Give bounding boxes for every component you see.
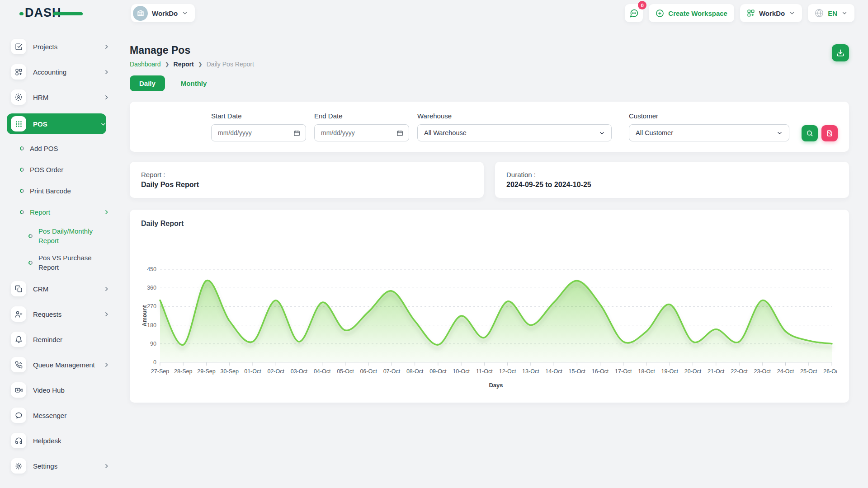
svg-text:27-Sep: 27-Sep xyxy=(151,368,169,375)
pos-grid-icon xyxy=(11,116,26,131)
sidebar-item-hrm[interactable]: HRM xyxy=(0,88,109,106)
start-date-field: Start Date mm/dd/yyyy xyxy=(211,112,306,141)
breadcrumb-report[interactable]: Report xyxy=(174,61,194,68)
sidebar-item-helpdesk[interactable]: Helpdesk xyxy=(0,432,109,450)
topbar-actions: 0 Create Workspace WorkDo EN xyxy=(625,4,854,22)
bullet-icon xyxy=(19,167,25,173)
svg-text:03-Oct: 03-Oct xyxy=(291,368,308,375)
filter-panel: Start Date mm/dd/yyyy End Date mm/dd/yyy… xyxy=(130,102,849,152)
svg-text:15-Oct: 15-Oct xyxy=(569,368,586,375)
chevron-right-icon: ❯ xyxy=(198,61,203,67)
main-content: Manage Pos Dashboard ❯ Report ❯ Daily Po… xyxy=(130,26,849,403)
tab-daily[interactable]: Daily xyxy=(130,75,165,91)
message-icon xyxy=(629,9,639,18)
sidebar-item-requests[interactable]: Requests xyxy=(0,305,109,323)
workspace-avatar xyxy=(133,6,148,21)
reset-filter-button[interactable] xyxy=(821,125,838,141)
end-date-field: End Date mm/dd/yyyy xyxy=(314,112,409,141)
svg-text:14-Oct: 14-Oct xyxy=(545,368,562,375)
app-logo[interactable]: DASH xyxy=(25,6,61,20)
end-date-input[interactable]: mm/dd/yyyy xyxy=(314,124,409,141)
svg-text:11-Oct: 11-Oct xyxy=(476,368,493,375)
start-date-input[interactable]: mm/dd/yyyy xyxy=(211,124,306,141)
sidebar-item-pos-order[interactable]: POS Order xyxy=(0,163,109,176)
chevron-down-icon xyxy=(599,130,605,136)
bullet-icon xyxy=(28,260,33,266)
download-report-button[interactable] xyxy=(832,44,849,61)
sidebar-item-messenger[interactable]: Messenger xyxy=(0,406,109,424)
customer-select[interactable]: All Customer xyxy=(629,124,789,141)
chevron-down-icon xyxy=(776,130,783,136)
page-title: Manage Pos xyxy=(130,44,254,56)
sidebar-item-pos-vs-purchase-report[interactable]: Pos VS Purchase Report xyxy=(0,253,109,272)
gear-icon xyxy=(11,458,26,474)
svg-text:08-Oct: 08-Oct xyxy=(406,368,424,375)
chevron-right-icon xyxy=(104,286,109,292)
create-workspace-button[interactable]: Create Workspace xyxy=(649,4,734,22)
start-date-label: Start Date xyxy=(211,112,306,120)
download-icon xyxy=(836,49,844,57)
video-icon xyxy=(11,382,26,398)
duration-summary-value: 2024-09-25 to 2024-10-25 xyxy=(506,181,838,189)
sidebar-item-reminder[interactable]: Reminder xyxy=(0,330,109,348)
svg-text:18-Oct: 18-Oct xyxy=(638,368,655,375)
sidebar-item-crm[interactable]: CRM xyxy=(0,280,109,298)
create-workspace-label: Create Workspace xyxy=(668,9,727,17)
company-menu-label: WorkDo xyxy=(759,9,785,17)
calendar-icon xyxy=(396,130,403,136)
bullet-icon xyxy=(19,209,25,215)
sidebar-item-video-hub[interactable]: Video Hub xyxy=(0,381,109,399)
chevron-down-icon xyxy=(841,10,848,16)
sidebar-item-settings[interactable]: Settings xyxy=(0,457,109,475)
workspace-switcher[interactable]: WorkDo xyxy=(131,4,195,22)
warehouse-field: Warehouse All Warehouse xyxy=(417,112,612,141)
grid-plus-icon xyxy=(747,9,755,17)
chevron-right-icon xyxy=(104,69,109,75)
tab-monthly[interactable]: Monthly xyxy=(171,75,217,91)
report-summary-value: Daily Pos Report xyxy=(141,181,472,189)
sidebar-item-projects[interactable]: Projects xyxy=(0,38,109,56)
company-menu[interactable]: WorkDo xyxy=(740,4,802,22)
svg-text:01-Oct: 01-Oct xyxy=(244,368,261,375)
warehouse-select[interactable]: All Warehouse xyxy=(417,124,612,141)
sidebar: Projects Accounting HRM POS Add POS POS … xyxy=(0,26,118,482)
duration-summary-label: Duration : xyxy=(506,171,838,178)
sidebar-item-print-barcode[interactable]: Print Barcode xyxy=(0,184,109,197)
duration-summary-card: Duration : 2024-09-25 to 2024-10-25 xyxy=(495,162,849,198)
chevron-down-icon xyxy=(789,10,795,16)
chevron-right-icon: ❯ xyxy=(165,61,170,67)
svg-text:23-Oct: 23-Oct xyxy=(754,368,771,375)
daily-report-chart: 09018027036045027-Sep28-Sep29-Sep30-Sep0… xyxy=(130,237,849,394)
apply-filter-button[interactable] xyxy=(802,125,818,141)
language-label: EN xyxy=(828,9,837,17)
breadcrumb-dashboard[interactable]: Dashboard xyxy=(130,61,161,68)
svg-text:29-Sep: 29-Sep xyxy=(197,368,215,375)
chat-icon xyxy=(11,408,26,423)
sidebar-item-pos[interactable]: POS xyxy=(7,113,106,134)
svg-text:360: 360 xyxy=(147,285,156,291)
svg-text:21-Oct: 21-Oct xyxy=(708,368,725,375)
chevron-down-icon xyxy=(182,10,188,16)
svg-text:28-Sep: 28-Sep xyxy=(174,368,192,375)
messages-button[interactable]: 0 xyxy=(625,4,643,22)
svg-text:13-Oct: 13-Oct xyxy=(522,368,539,375)
customer-label: Customer xyxy=(629,112,789,120)
svg-text:10-Oct: 10-Oct xyxy=(453,368,470,375)
daily-report-card: Daily Report 09018027036045027-Sep28-Sep… xyxy=(130,210,849,403)
sidebar-item-report[interactable]: Report xyxy=(0,205,109,219)
svg-text:04-Oct: 04-Oct xyxy=(314,368,331,375)
sidebar-item-pos-daily-monthly-report[interactable]: Pos Daily/Monthly Report xyxy=(0,226,109,245)
globe-icon xyxy=(815,9,824,18)
workspace-name: WorkDo xyxy=(152,9,178,17)
phone-icon xyxy=(11,357,26,372)
breadcrumb-current: Daily Pos Report xyxy=(207,61,254,68)
language-menu[interactable]: EN xyxy=(808,4,854,22)
logo-accent-dot xyxy=(19,12,24,15)
chevron-right-icon xyxy=(104,362,109,368)
top-bar: DASH WorkDo 0 Create Workspace WorkDo EN xyxy=(0,0,868,26)
sidebar-item-queue-management[interactable]: Queue Management xyxy=(0,356,109,374)
svg-text:180: 180 xyxy=(147,322,156,328)
sidebar-item-add-pos[interactable]: Add POS xyxy=(0,141,109,155)
bullet-icon xyxy=(19,188,25,194)
sidebar-item-accounting[interactable]: Accounting xyxy=(0,63,109,81)
